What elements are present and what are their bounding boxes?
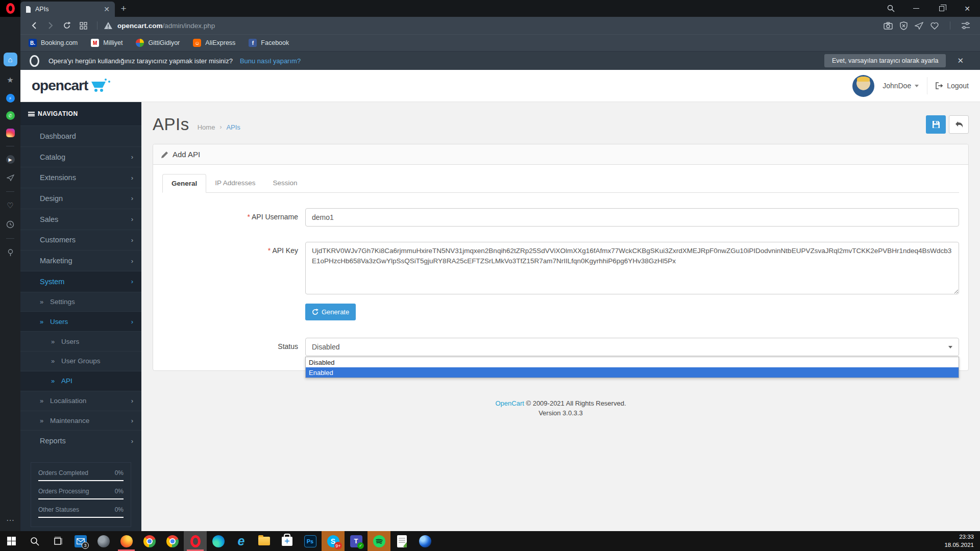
flow-plane-icon[interactable]: [5, 172, 15, 183]
status-option-enabled[interactable]: Enabled: [306, 367, 959, 378]
breadcrumb-home-link[interactable]: Home: [198, 123, 215, 131]
bookmark-aliexpress[interactable]: ☺AliExpress: [193, 39, 235, 47]
taskbar-clock[interactable]: 23:33 18.05.2021: [944, 531, 980, 551]
opera-menu-button[interactable]: [0, 0, 20, 17]
breadcrumb-current-link[interactable]: APIs: [226, 123, 240, 131]
sidebar-item-users-sub[interactable]: Users: [20, 331, 141, 351]
bookmark-milliyet[interactable]: MMilliyet: [91, 39, 122, 47]
spotify-button[interactable]: [368, 531, 390, 551]
sidebar-item-users[interactable]: Users›: [20, 311, 141, 331]
speed-dial-home-icon[interactable]: ⌂: [4, 53, 17, 66]
gray-app-button[interactable]: [92, 531, 115, 551]
reload-button[interactable]: [60, 19, 74, 32]
chevron-right-icon: ›: [131, 437, 133, 445]
sidebar-item-user-groups[interactable]: User Groups: [20, 351, 141, 371]
sidebar-item-settings[interactable]: Settings: [20, 292, 141, 312]
main-content: APIs Home › APIs Add API General IP Addr…: [141, 102, 980, 531]
start-button[interactable]: [0, 531, 23, 551]
save-button[interactable]: [926, 115, 946, 134]
bookmark-gittigidiyor[interactable]: GittiGidiyor: [136, 39, 180, 47]
skype-button[interactable]: S9+: [322, 531, 345, 551]
browser-tab-apis[interactable]: APIs ✕: [20, 2, 115, 17]
internet-explorer-button[interactable]: e: [230, 531, 253, 551]
status-select[interactable]: Disabled: [305, 338, 959, 356]
copyright-text: © 2009-2021 All Rights Reserved.: [524, 399, 626, 407]
bookmarks-star-icon[interactable]: ★: [5, 75, 15, 85]
caret-down-icon: [915, 85, 919, 87]
user-menu[interactable]: JohnDoe: [883, 82, 919, 90]
status-option-disabled[interactable]: Disabled: [306, 357, 959, 367]
settings-sliders-icon[interactable]: [962, 22, 970, 29]
my-flow-icon[interactable]: [915, 22, 923, 30]
file-explorer-button[interactable]: [253, 531, 276, 551]
edge-button[interactable]: [207, 531, 230, 551]
page-doc-icon: [26, 6, 31, 13]
sidebar-item-dashboard[interactable]: Dashboard: [20, 126, 141, 146]
sidebar-item-reports[interactable]: Reports›: [20, 430, 141, 451]
sidebar-item-label: Design: [40, 194, 63, 203]
api-username-input[interactable]: [305, 208, 959, 227]
taskbar-search-button[interactable]: [23, 531, 46, 551]
url-field[interactable]: opencart.com/admin/index.php: [104, 21, 884, 30]
teams-button[interactable]: T✓: [345, 531, 368, 551]
speed-dial-grid-icon[interactable]: [77, 19, 90, 32]
chrome-button[interactable]: [138, 531, 161, 551]
photoshop-button[interactable]: Ps: [299, 531, 322, 551]
firefox-button[interactable]: [115, 531, 138, 551]
pinboard-icon[interactable]: [5, 247, 15, 258]
logout-button[interactable]: Logout: [936, 82, 969, 90]
stat-orders-processing: Orders Processing0%: [38, 488, 124, 495]
site-warning-icon[interactable]: [104, 21, 113, 30]
sidebar-item-sales[interactable]: Sales›: [20, 209, 141, 230]
messenger-icon[interactable]: ⚡: [6, 94, 15, 103]
api-key-textarea[interactable]: UjdTKRV0WJv7Gh7Ki8Ca6rjmmuHxireTN5NV31jm…: [305, 242, 959, 294]
window-restore-button[interactable]: [929, 0, 954, 17]
sidebar-item-maintenance[interactable]: Maintenance›: [20, 411, 141, 431]
tab-close-icon[interactable]: ✕: [104, 6, 110, 13]
window-minimize-button[interactable]: [903, 0, 929, 17]
heart-panel-icon[interactable]: ♡: [5, 201, 15, 211]
new-tab-button[interactable]: +: [115, 0, 132, 17]
sidebar-item-extensions[interactable]: Extensions›: [20, 167, 141, 188]
generate-button[interactable]: Generate: [305, 304, 356, 320]
snapshot-camera-icon[interactable]: [884, 22, 893, 30]
sidebar-item-localisation[interactable]: Localisation›: [20, 391, 141, 411]
mail-app-button[interactable]: 3: [69, 531, 92, 551]
user-avatar[interactable]: [852, 75, 874, 97]
sidebar-more-icon[interactable]: ⋯: [6, 515, 14, 525]
sidebar-item-catalog[interactable]: Catalog›: [20, 146, 141, 167]
tab-session[interactable]: Session: [264, 174, 306, 193]
sidebar-item-marketing[interactable]: Marketing›: [20, 250, 141, 271]
adblock-shield-icon[interactable]: [900, 21, 908, 30]
sidebar-item-design[interactable]: Design›: [20, 188, 141, 209]
sidebar-item-system[interactable]: System›: [20, 271, 141, 292]
sidebar-item-customers[interactable]: Customers›: [20, 230, 141, 251]
back-to-list-button[interactable]: [949, 115, 969, 134]
bookmark-heart-icon[interactable]: [930, 22, 939, 30]
instagram-icon[interactable]: [6, 129, 15, 137]
forward-button[interactable]: [44, 19, 57, 32]
blue-app-button[interactable]: [413, 531, 436, 551]
opera-button[interactable]: [184, 531, 207, 551]
bookmark-booking[interactable]: B.Booking.com: [29, 39, 78, 47]
notes-app-button[interactable]: [390, 531, 413, 551]
player-icon[interactable]: ▶: [6, 155, 15, 164]
banner-close-icon[interactable]: ✕: [957, 56, 964, 65]
back-button[interactable]: [28, 19, 41, 32]
chrome-profile-button[interactable]: [161, 531, 184, 551]
banner-help-link[interactable]: Bunu nasıl yaparım?: [240, 57, 301, 65]
whatsapp-icon[interactable]: ✆: [6, 111, 15, 120]
browser-search-button[interactable]: [878, 0, 903, 17]
opencart-logo[interactable]: opencart: [32, 78, 111, 94]
sidebar-item-api[interactable]: API: [20, 371, 141, 391]
tab-general[interactable]: General: [162, 174, 206, 193]
task-view-button[interactable]: [46, 531, 69, 551]
microsoft-store-button[interactable]: [276, 531, 299, 551]
opencart-footer-link[interactable]: OpenCart: [495, 399, 524, 407]
chevron-right-icon: ›: [131, 194, 133, 202]
history-clock-icon[interactable]: [5, 219, 15, 230]
tab-ip-addresses[interactable]: IP Addresses: [206, 174, 264, 193]
bookmark-facebook[interactable]: fFacebook: [249, 39, 289, 47]
window-close-button[interactable]: ✕: [954, 0, 980, 17]
set-default-browser-button[interactable]: Evet, varsayılan tarayıcı olarak ayarla: [824, 54, 946, 67]
